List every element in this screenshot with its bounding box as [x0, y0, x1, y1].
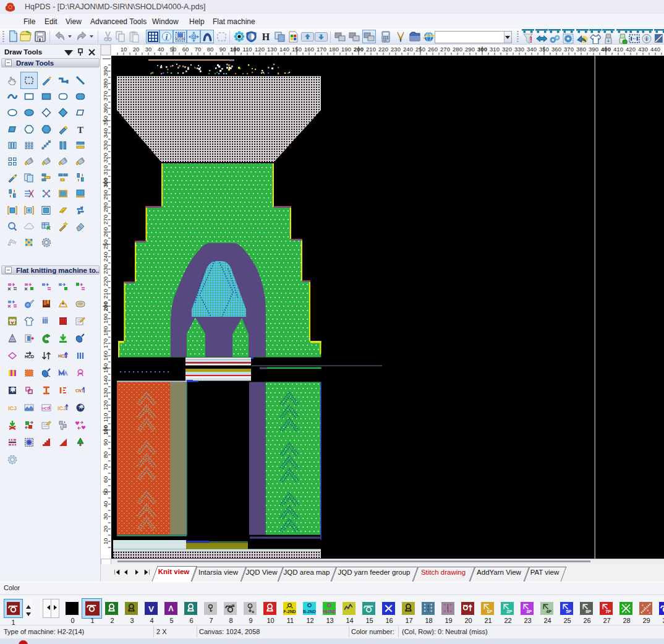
svg-text:150: 150 [102, 363, 109, 373]
svg-text:130: 130 [102, 388, 109, 398]
svg-text:310: 310 [102, 165, 109, 175]
svg-text:40: 40 [158, 46, 164, 53]
svg-text:380: 380 [576, 46, 586, 53]
svg-text:ICJ: ICJ [57, 405, 66, 411]
svg-text:60: 60 [182, 46, 189, 53]
svg-text:50: 50 [102, 489, 109, 496]
svg-text:350: 350 [102, 116, 109, 126]
svg-text:7P: 7P [605, 609, 611, 614]
svg-text:320: 320 [102, 153, 109, 163]
svg-text:90: 90 [219, 46, 226, 53]
svg-text:6P: 6P [585, 609, 591, 614]
svg-text:270: 270 [440, 46, 450, 53]
svg-text:180: 180 [102, 326, 109, 336]
svg-text:370: 370 [102, 91, 109, 101]
svg-text:340: 340 [527, 46, 537, 53]
svg-text:270: 270 [102, 215, 109, 225]
svg-text:100: 100 [230, 46, 240, 53]
svg-text:440: 440 [650, 46, 660, 53]
svg-text:280: 280 [453, 46, 462, 53]
svg-text:250: 250 [102, 239, 109, 249]
svg-text:350: 350 [539, 46, 549, 53]
svg-text:230: 230 [102, 264, 109, 274]
svg-text:T: T [77, 125, 83, 135]
svg-text:i: i [646, 36, 647, 42]
svg-text:CNT: CNT [75, 389, 83, 393]
svg-text:430: 430 [638, 46, 648, 53]
svg-text:290: 290 [102, 190, 109, 200]
svg-text:80: 80 [102, 452, 109, 458]
svg-text:H: H [61, 427, 63, 431]
svg-text:220: 220 [378, 46, 388, 53]
svg-text:400: 400 [601, 46, 611, 53]
svg-text:360: 360 [102, 103, 109, 113]
svg-text:160: 160 [304, 46, 314, 53]
svg-text:100: 100 [102, 425, 109, 435]
svg-text:140: 140 [279, 46, 289, 53]
svg-text:110: 110 [242, 46, 252, 53]
svg-text:260: 260 [428, 46, 438, 53]
svg-text:230: 230 [391, 46, 401, 53]
svg-text:FB2ND: FB2ND [323, 609, 336, 614]
svg-text:20: 20 [133, 46, 140, 53]
svg-text:340: 340 [102, 128, 109, 138]
svg-text:410: 410 [613, 46, 623, 53]
svg-text:2P: 2P [506, 609, 512, 614]
svg-text:220: 220 [102, 277, 109, 286]
svg-text:10: 10 [121, 46, 127, 53]
svg-text:30: 30 [102, 513, 109, 520]
svg-text:30: 30 [145, 46, 152, 53]
svg-text:160: 160 [102, 351, 109, 361]
svg-text:10: 10 [102, 538, 109, 545]
svg-text:300: 300 [477, 46, 487, 53]
svg-text:190: 190 [341, 46, 351, 53]
svg-text:1P: 1P [487, 609, 492, 614]
svg-text:330: 330 [102, 140, 109, 150]
svg-text:210: 210 [102, 289, 109, 299]
svg-text:290: 290 [465, 46, 475, 53]
svg-text:Λ: Λ [168, 604, 174, 613]
svg-text:140: 140 [102, 376, 109, 385]
svg-text:HCD: HCD [25, 354, 34, 359]
svg-text:390: 390 [589, 46, 598, 53]
svg-text:90: 90 [102, 439, 109, 446]
svg-text:170: 170 [102, 338, 109, 348]
svg-text:20: 20 [102, 526, 109, 533]
svg-text:!: ! [530, 35, 533, 44]
svg-text:130: 130 [267, 46, 277, 53]
svg-text:80: 80 [207, 46, 214, 53]
svg-text:320: 320 [502, 46, 512, 53]
svg-text:330: 330 [514, 46, 524, 53]
svg-text:240: 240 [403, 46, 413, 53]
svg-text:310: 310 [490, 46, 500, 53]
svg-text:120: 120 [102, 400, 109, 410]
svg-text:3P: 3P [526, 609, 532, 614]
svg-text:200: 200 [102, 301, 109, 311]
svg-text:B-2ND: B-2ND [303, 609, 316, 614]
svg-text:170: 170 [317, 46, 326, 53]
svg-text:260: 260 [102, 227, 109, 237]
svg-text:250: 250 [415, 46, 425, 53]
svg-text:370: 370 [564, 46, 574, 53]
svg-text:110: 110 [102, 413, 109, 422]
svg-text:120: 120 [255, 46, 265, 53]
svg-text:200: 200 [354, 46, 364, 53]
svg-text:V: V [148, 604, 154, 614]
svg-text:ICJ: ICJ [8, 405, 17, 411]
svg-text:HCD: HCD [42, 406, 51, 410]
svg-text:ICON: ICON [176, 37, 185, 41]
svg-text:280: 280 [102, 202, 109, 212]
svg-text:360: 360 [551, 46, 561, 53]
svg-text:380: 380 [102, 79, 109, 88]
svg-text:60: 60 [102, 476, 109, 483]
svg-text:210: 210 [366, 46, 376, 53]
svg-text:40: 40 [102, 501, 109, 508]
svg-text:190: 190 [102, 314, 109, 324]
svg-text:F-2ND: F-2ND [283, 609, 296, 614]
svg-text:70: 70 [195, 46, 202, 53]
svg-text:240: 240 [102, 252, 109, 262]
svg-text:180: 180 [329, 46, 339, 53]
svg-text:5P: 5P [566, 609, 571, 614]
svg-text:50: 50 [170, 46, 177, 53]
svg-text:H: H [262, 32, 270, 42]
